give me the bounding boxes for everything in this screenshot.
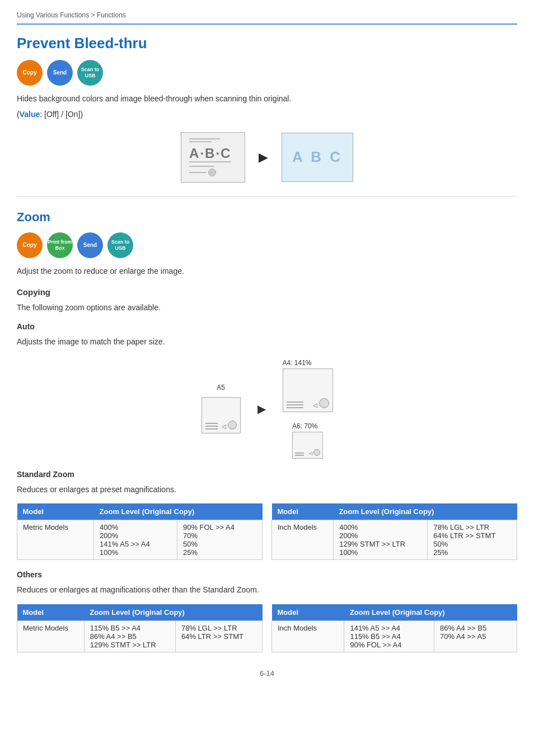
others-inch-label: Inch Models [272,620,344,652]
demo-arrow: ▶ [259,150,268,165]
standard-zoom-table-wrap: Model Zoom Level (Original Copy) Metric … [17,503,517,560]
section-divider-1 [17,196,517,197]
bleed-demo-image: A·B·C ▶ A B C [17,132,517,183]
metric-zoom-col1: 400% 200% 141% A5 >> A4 100% [94,520,177,560]
zoom-input-label: A5 [217,384,225,391]
standard-zoom-title: Standard Zoom [17,470,517,479]
table-row: Inch Models 141% A5 >> A4 115% B5 >> A4 … [272,620,517,652]
zoom-a6-label: A6: 70% [292,422,317,430]
auto-description: Adjusts the image to match the paper siz… [17,335,517,348]
copy-badge-1: Copy [17,60,43,86]
inch-model-label: Inch Models [272,520,334,560]
zoom-a6-box: ◁ [292,432,323,459]
zoom-output-a6: A6: 70% ◁ [292,422,323,459]
send-badge-1: Send [47,60,73,86]
others-metric-col2: 78% LGL >> LTR 64% LTR >> STMT [175,620,262,652]
value-label: Value [20,110,40,119]
zoom-arrow: ▶ [257,402,266,416]
others-table-inch: Model Zoom Level (Original Copy) Inch Mo… [271,604,517,652]
table-row: Inch Models 400% 200% 129% STMT >> LTR 1… [272,520,517,560]
others-inch-col2: 86% A4 >> B5 70% A4 >> A5 [434,620,517,652]
zoom-badges: Copy Print fromBox Send Scan toUSB [17,232,517,258]
copying-title: Copying [17,287,517,297]
col-model-inch: Model [272,503,334,520]
zoom-a4-label: A4: 141% [283,359,312,367]
standard-zoom-table-metric: Model Zoom Level (Original Copy) Metric … [17,503,263,560]
others-title: Others [17,570,517,579]
metric-zoom-col2: 90% FOL >> A4 70% 50% 25% [177,520,262,560]
zoom-output-a4: A4: 141% ◁ [283,359,333,412]
bleed-before-box: A·B·C [181,132,245,183]
others-table-wrap: Model Zoom Level (Original Copy) Metric … [17,604,517,652]
zoom-input-box: ◁ [202,397,241,433]
auto-title: Auto [17,322,517,331]
others-col-model-inch: Model [272,604,344,621]
others-table-metric: Model Zoom Level (Original Copy) Metric … [17,604,263,652]
inch-zoom-col2: 78% LGL >> LTR 64% LTR >> STMT 50% 25% [428,520,517,560]
others-col-zoom: Zoom Level (Original Copy) [84,604,262,621]
prevent-bleed-value: (Value: [Off] / [On]) [17,108,517,120]
standard-zoom-table-inch: Model Zoom Level (Original Copy) Inch Mo… [271,503,517,560]
breadcrumb: Using Various Functions > Functions [17,11,517,25]
others-col-model: Model [17,604,85,621]
prevent-bleed-badges: Copy Send Scan toUSB [17,60,517,86]
table-row: Metric Models 115% B5 >> A4 86% A4 >> B5… [17,620,263,652]
prevent-bleed-description: Hides background colors and image bleed-… [17,92,517,105]
zoom-auto-demo: A5 ◁ ▶ A4: 141% [17,359,517,459]
copying-description: The following zoom options are available… [17,301,517,314]
send-badge-2: Send [77,232,103,258]
standard-zoom-description: Reduces or enlarges at preset magnificat… [17,483,517,496]
page-footer: 6-14 [17,669,517,678]
scan-usb-badge-2: Scan toUSB [107,232,133,258]
zoom-input-col: A5 ◁ [202,384,241,433]
zoom-description: Adjust the zoom to reduce or enlarge the… [17,265,517,277]
others-inch-col1: 141% A5 >> A4 115% B5 >> A4 90% FOL >> A… [344,620,434,652]
zoom-title: Zoom [17,210,517,225]
col-model: Model [17,503,94,520]
others-metric-label: Metric Models [17,620,85,652]
zoom-output-col: A4: 141% ◁ A6: 70% [283,359,333,459]
scan-usb-badge-1: Scan toUSB [77,60,103,86]
copy-badge-2: Copy [17,232,43,258]
inch-zoom-col1: 400% 200% 129% STMT >> LTR 100% [334,520,428,560]
print-box-badge: Print fromBox [47,232,73,258]
others-metric-col1: 115% B5 >> A4 86% A4 >> B5 129% STMT >> … [84,620,175,652]
prevent-bleed-title: Prevent Bleed-thru [17,35,517,52]
col-zoom-level: Zoom Level (Original Copy) [94,503,263,520]
table-row: Metric Models 400% 200% 141% A5 >> A4 10… [17,520,263,560]
others-description: Reduces or enlarges at magnifications ot… [17,584,517,596]
bleed-after-box: A B C [282,133,353,182]
metric-model-label: Metric Models [17,520,94,560]
others-col-zoom-inch: Zoom Level (Original Copy) [344,604,517,621]
zoom-a4-box: ◁ [283,368,333,412]
col-zoom-level-inch: Zoom Level (Original Copy) [334,503,517,520]
